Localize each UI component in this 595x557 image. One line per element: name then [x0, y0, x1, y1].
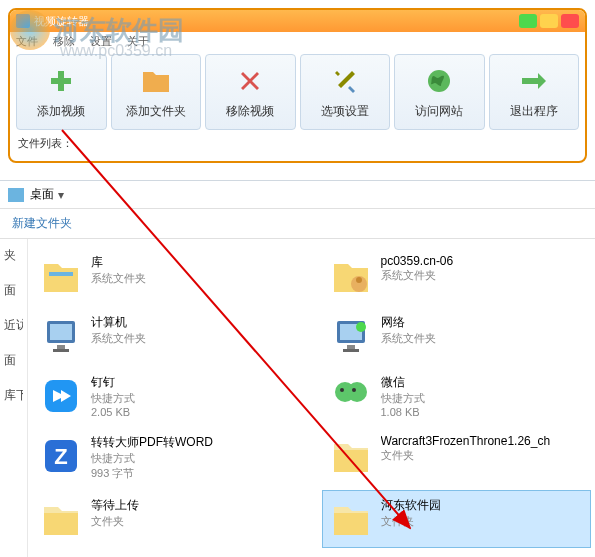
toolbar: 添加视频 添加文件夹 移除视频 选项设置 访问网站: [10, 50, 585, 134]
file-type-icon: [39, 497, 83, 541]
file-item[interactable]: 钉钉 快捷方式 2.05 KB: [32, 367, 302, 425]
menu-remove[interactable]: 移除: [53, 35, 75, 47]
file-list-label: 文件列表：: [10, 134, 585, 153]
file-size: 1.08 KB: [381, 406, 425, 418]
file-type: 系统文件夹: [91, 271, 146, 286]
x-icon: [234, 65, 266, 97]
sidebar-item[interactable]: 夹: [4, 247, 23, 264]
file-name: 转转大师PDF转WORD: [91, 434, 213, 451]
file-info: 库 系统文件夹: [91, 254, 146, 286]
close-button[interactable]: [561, 14, 579, 28]
path-bar[interactable]: 桌面 ▾: [0, 181, 595, 209]
window-title: 视频旋转器: [34, 14, 516, 29]
file-name: Warcraft3FrozenThrone1.26_ch: [381, 434, 551, 448]
svg-rect-11: [343, 349, 359, 352]
sidebar-item[interactable]: 库下载: [4, 387, 23, 404]
file-info: 等待上传 文件夹: [91, 497, 139, 529]
file-type-icon: [39, 374, 83, 418]
file-item[interactable]: 微信 快捷方式 1.08 KB: [322, 367, 592, 425]
arrow-right-icon: [518, 65, 550, 97]
file-name: 计算机: [91, 314, 146, 331]
desktop-icon: [8, 188, 24, 202]
file-type: 文件夹: [381, 448, 551, 463]
svg-point-15: [347, 382, 367, 402]
file-name: 河东软件园: [381, 497, 441, 514]
folder-icon: [140, 65, 172, 97]
file-item[interactable]: pc0359.cn-06 系统文件夹: [322, 247, 592, 305]
svg-point-16: [340, 388, 344, 392]
menu-bar: 文件 移除 设置 关于: [10, 32, 585, 50]
file-type-icon: [39, 314, 83, 358]
new-folder-button[interactable]: 新建文件夹: [0, 209, 595, 239]
maximize-button[interactable]: [540, 14, 558, 28]
file-type: 文件夹: [381, 514, 441, 529]
file-name: pc0359.cn-06: [381, 254, 454, 268]
file-item[interactable]: 等待上传 文件夹: [32, 490, 302, 548]
exit-button[interactable]: 退出程序: [489, 54, 580, 130]
visit-site-label: 访问网站: [415, 103, 463, 120]
tools-icon: [329, 65, 361, 97]
file-type: 文件夹: [91, 514, 139, 529]
path-text: 桌面: [30, 186, 54, 203]
file-info: 钉钉 快捷方式 2.05 KB: [91, 374, 135, 418]
svg-rect-7: [53, 349, 69, 352]
file-type-icon: [329, 497, 373, 541]
sidebar-item[interactable]: 面: [4, 282, 23, 299]
file-item[interactable]: Z 转转大师PDF转WORD 快捷方式 993 字节: [32, 427, 302, 488]
file-name: 等待上传: [91, 497, 139, 514]
file-type-icon: [329, 434, 373, 478]
file-type-icon: [329, 374, 373, 418]
svg-text:Z: Z: [54, 444, 67, 469]
svg-rect-5: [50, 324, 72, 340]
svg-rect-6: [57, 345, 65, 349]
file-info: 河东软件园 文件夹: [381, 497, 441, 529]
add-video-label: 添加视频: [37, 103, 85, 120]
file-info: 转转大师PDF转WORD 快捷方式 993 字节: [91, 434, 213, 481]
exit-label: 退出程序: [510, 103, 558, 120]
app-icon: [16, 14, 30, 28]
app-window: 视频旋转器 文件 移除 设置 关于 添加视频 添加文件夹 移除视频: [8, 8, 587, 163]
file-info: Warcraft3FrozenThrone1.26_ch 文件夹: [381, 434, 551, 463]
file-type: 快捷方式: [91, 391, 135, 406]
file-item[interactable]: 库 系统文件夹: [32, 247, 302, 305]
add-video-button[interactable]: 添加视频: [16, 54, 107, 130]
menu-about[interactable]: 关于: [127, 35, 149, 47]
sidebar-item[interactable]: 面: [4, 352, 23, 369]
file-item[interactable]: 网络 系统文件夹: [322, 307, 592, 365]
menu-settings[interactable]: 设置: [90, 35, 112, 47]
file-name: 钉钉: [91, 374, 135, 391]
file-info: 计算机 系统文件夹: [91, 314, 146, 346]
file-name: 微信: [381, 374, 425, 391]
plus-icon: [45, 65, 77, 97]
file-info: 微信 快捷方式 1.08 KB: [381, 374, 425, 418]
file-item[interactable]: 计算机 系统文件夹: [32, 307, 302, 365]
file-type-icon: [329, 314, 373, 358]
remove-video-button[interactable]: 移除视频: [205, 54, 296, 130]
minimize-button[interactable]: [519, 14, 537, 28]
file-area: 库 系统文件夹 pc0359.cn-06 系统文件夹 计算机 系统文件夹 网络 …: [28, 239, 595, 557]
options-button[interactable]: 选项设置: [300, 54, 391, 130]
file-item[interactable]: 河东软件园 文件夹: [322, 490, 592, 548]
title-bar: 视频旋转器: [10, 10, 585, 32]
file-type: 系统文件夹: [91, 331, 146, 346]
file-info: pc0359.cn-06 系统文件夹: [381, 254, 454, 283]
file-size: 2.05 KB: [91, 406, 135, 418]
file-item[interactable]: Warcraft3FrozenThrone1.26_ch 文件夹: [322, 427, 592, 488]
file-type-icon: [39, 254, 83, 298]
file-name: 网络: [381, 314, 436, 331]
sidebar-item[interactable]: 近访问的位置: [4, 317, 23, 334]
file-type: 系统文件夹: [381, 268, 454, 283]
file-size: 993 字节: [91, 466, 213, 481]
file-info: 网络 系统文件夹: [381, 314, 436, 346]
globe-icon: [423, 65, 455, 97]
svg-rect-1: [49, 272, 73, 276]
options-label: 选项设置: [321, 103, 369, 120]
svg-point-3: [356, 277, 362, 283]
sidebar: 夹 面 近访问的位置 面 库下载: [0, 239, 28, 557]
chevron-down-icon[interactable]: ▾: [58, 188, 64, 202]
visit-site-button[interactable]: 访问网站: [394, 54, 485, 130]
file-type-icon: Z: [39, 434, 83, 478]
menu-file[interactable]: 文件: [16, 35, 38, 47]
add-folder-button[interactable]: 添加文件夹: [111, 54, 202, 130]
file-type: 系统文件夹: [381, 331, 436, 346]
